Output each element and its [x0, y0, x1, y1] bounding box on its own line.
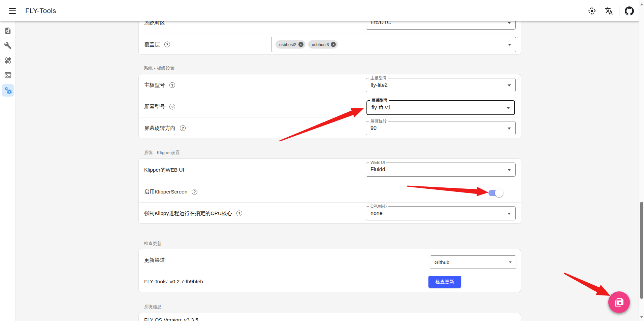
sidebar-item-settings[interactable]	[2, 84, 14, 97]
row-screen-rotation: 屏幕旋转方向 ? 屏幕旋转 90	[139, 117, 521, 139]
file-search-icon	[4, 27, 12, 35]
mainboard-select[interactable]: 主板型号 fly-lite2	[366, 78, 516, 92]
screen-model-label-text: 屏幕型号	[144, 103, 165, 110]
chevron-down-icon	[508, 169, 511, 173]
chevron-down-icon	[508, 128, 511, 131]
row-cpu-core: 强制Klippy进程运行在指定的CPU核心 ? CPU核心 none	[139, 202, 521, 224]
update-channel-label-text: 更新渠道	[144, 257, 165, 264]
chevron-down-icon	[508, 84, 511, 88]
help-icon[interactable]: ?	[192, 189, 197, 194]
page-root: 系统时区 Etc/UTC 覆盖层 ? usbhost2 ✕ usbhost	[0, 0, 644, 321]
github-icon[interactable]	[623, 5, 635, 17]
mainboard-select-value: fly-lite2	[371, 82, 388, 88]
webui-label: Klipper的WEB UI	[144, 166, 184, 173]
cpu-core-select[interactable]: CPU核心 none	[366, 206, 516, 220]
scrollbar	[639, 0, 644, 321]
settings-gears-icon	[4, 86, 12, 95]
mainboard-label: 主板型号 ?	[144, 82, 175, 89]
update-channel-label: 更新渠道	[144, 257, 165, 264]
section-klipper-title: 系统 - Klipper设置	[144, 150, 180, 156]
chip-usbhost3[interactable]: usbhost3 ✕	[308, 40, 338, 49]
row-screen-model: 屏幕型号 ? 屏幕型号 fly-tft-v1	[139, 96, 521, 117]
webui-label-text: Klipper的WEB UI	[144, 166, 184, 173]
healing-icon	[4, 57, 12, 64]
translate-icon[interactable]	[603, 5, 615, 17]
save-all-icon	[615, 298, 624, 307]
chip-close-icon[interactable]: ✕	[331, 42, 336, 47]
chevron-down-icon	[507, 107, 510, 111]
check-update-button[interactable]: 检查更新	[428, 276, 461, 288]
card-board-settings: 主板型号 ? 主板型号 fly-lite2 屏幕型号 ? 屏幕型号 fly-tf…	[138, 74, 521, 138]
help-icon[interactable]: ?	[180, 125, 186, 131]
app-title: FLY-Tools	[25, 0, 56, 21]
row-update-channel: 更新渠道 Github	[139, 249, 521, 271]
screen-rotation-select[interactable]: 屏幕旋转 90	[366, 121, 516, 135]
update-channel-select[interactable]: Github	[430, 255, 516, 269]
cpu-core-label: 强制Klippy进程运行在指定的CPU核心 ?	[144, 210, 242, 217]
section-board-title: 系统 - 板级设置	[144, 65, 174, 71]
sidebar-item-terminal[interactable]	[2, 69, 14, 81]
chip-label: usbhost2	[279, 42, 296, 47]
card-klipper-settings: Klipper的WEB UI WEB UI Fluidd 启用KlipperSc…	[138, 158, 521, 224]
help-icon[interactable]: ?	[236, 211, 242, 216]
card-check-update: 更新渠道 Github FLY-Tools: v0.2.7-fb9bfeb 检查…	[138, 249, 521, 292]
sidebar-nav	[0, 21, 16, 321]
help-icon[interactable]: ?	[169, 104, 175, 110]
cpu-core-select-value: none	[371, 210, 383, 216]
screen-rotation-select-value: 90	[371, 125, 377, 131]
overlay-multiselect[interactable]: usbhost2 ✕ usbhost3 ✕	[271, 37, 516, 52]
screen-model-label: 屏幕型号 ?	[144, 103, 175, 110]
row-klipperscreen: 启用KlipperScreen ?	[139, 181, 521, 202]
screen-rotation-label: 屏幕旋转方向 ?	[144, 124, 186, 132]
klipperscreen-toggle[interactable]	[488, 188, 504, 198]
row-os-version: FLY OS Version: v3.3.5	[139, 313, 521, 321]
webui-select[interactable]: WEB UI Fluidd	[366, 163, 516, 177]
overlay-label-text: 覆盖层	[144, 41, 160, 48]
scrollbar-thumb[interactable]	[640, 202, 643, 299]
toggle-thumb	[495, 189, 503, 197]
section-sysinfo-title: 系统信息	[144, 304, 162, 310]
help-icon[interactable]: ?	[169, 82, 175, 88]
update-channel-value: Github	[434, 259, 449, 265]
chevron-down-icon	[508, 22, 511, 26]
screen-model-select[interactable]: 屏幕型号 fly-tft-v1	[366, 100, 515, 115]
toolbar-divider	[619, 6, 619, 15]
wrench-icon	[4, 42, 12, 49]
row-flytools-version: FLY-Tools: v0.2.7-fb9bfeb 检查更新	[139, 271, 521, 292]
screen-model-select-value: fly-tft-v1	[372, 105, 391, 111]
chevron-down-icon	[508, 44, 511, 47]
overlay-label: 覆盖层 ?	[144, 41, 170, 48]
theme-brightness-icon[interactable]	[586, 5, 598, 17]
chip-close-icon[interactable]: ✕	[298, 42, 303, 47]
card-system-info: FLY OS Version: v3.3.5	[138, 313, 521, 321]
chip-usbhost2[interactable]: usbhost2 ✕	[276, 40, 305, 49]
screen-model-field-label: 屏幕型号	[370, 98, 389, 103]
row-mainboard: 主板型号 ? 主板型号 fly-lite2	[139, 74, 521, 96]
terminal-icon	[4, 71, 12, 79]
chevron-down-icon	[508, 213, 511, 216]
cpu-core-label-text: 强制Klippy进程运行在指定的CPU核心	[144, 210, 232, 217]
overlay-chips: usbhost2 ✕ usbhost3 ✕	[276, 40, 338, 49]
webui-select-value: Fluidd	[371, 167, 385, 173]
cpu-core-field-label: CPU核心	[369, 204, 388, 209]
scrollbar-down-arrow[interactable]	[640, 316, 643, 320]
save-all-fab-button[interactable]	[608, 291, 630, 313]
sidebar-item-file-search[interactable]	[2, 25, 14, 37]
klipperscreen-label-text: 启用KlipperScreen	[144, 188, 187, 195]
sidebar-item-healing[interactable]	[2, 54, 14, 67]
flytools-version-label: FLY-Tools: v0.2.7-fb9bfeb	[144, 279, 203, 285]
klipperscreen-label: 启用KlipperScreen ?	[144, 188, 197, 195]
flytools-version-text: FLY-Tools: v0.2.7-fb9bfeb	[144, 279, 203, 285]
scrollbar-up-arrow[interactable]	[640, 2, 643, 5]
menu-icon[interactable]	[7, 5, 18, 16]
chevron-down-icon	[509, 261, 512, 264]
screen-rotation-label-text: 屏幕旋转方向	[144, 124, 175, 132]
mainboard-label-text: 主板型号	[144, 82, 165, 89]
help-icon[interactable]: ?	[164, 42, 170, 47]
os-version-text: FLY OS Version: v3.3.5	[144, 317, 198, 321]
chip-label: usbhost3	[312, 42, 329, 47]
row-webui: Klipper的WEB UI WEB UI Fluidd	[139, 159, 521, 181]
mainboard-field-label: 主板型号	[369, 76, 388, 80]
sidebar-item-tools[interactable]	[2, 39, 14, 52]
screen-rotation-field-label: 屏幕旋转	[369, 119, 388, 123]
